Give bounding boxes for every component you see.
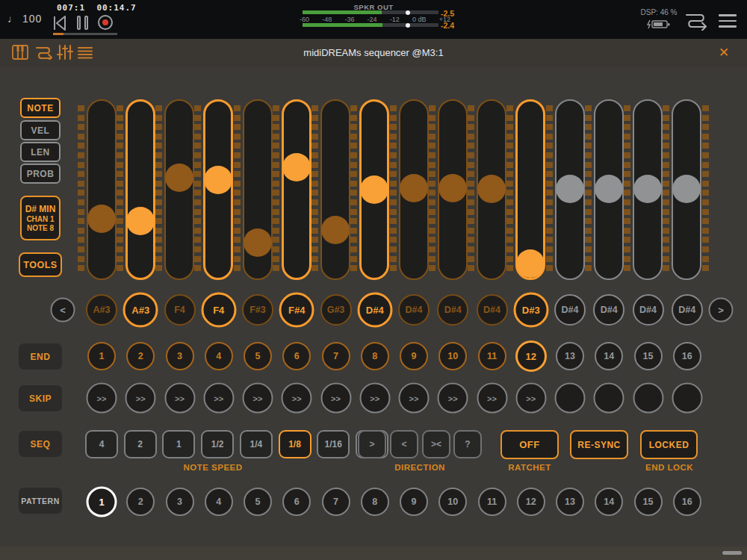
slider-handle-13[interactable] [556,175,584,203]
slider-handle-1[interactable] [87,205,116,233]
end-step-14[interactable]: 14 [595,342,623,370]
note-speed-4[interactable]: 4 [85,430,118,458]
note-step-5[interactable]: F#3 [242,294,273,326]
step-slider-12[interactable] [515,99,545,280]
skip-step-4[interactable]: >> [203,383,234,414]
ratchet-button[interactable]: OFF [500,430,559,459]
direction-random[interactable]: ? [453,430,482,458]
end-step-1[interactable]: 1 [87,342,116,370]
step-slider-16[interactable] [672,99,701,280]
note-step-11[interactable]: D#4 [477,294,508,326]
slider-handle-14[interactable] [595,175,623,203]
skip-step-13[interactable] [555,383,586,414]
step-slider-4[interactable] [203,99,233,280]
note-speed-1-8[interactable]: 1/8 [279,430,311,458]
step-slider-9[interactable] [399,99,429,280]
end-step-5[interactable]: 5 [244,342,272,370]
note-step-12[interactable]: D#3 [513,292,548,327]
end-step-8[interactable]: 8 [361,342,389,370]
skip-step-6[interactable]: >> [282,383,312,414]
pattern-button-9[interactable]: 9 [400,488,428,516]
skip-step-12[interactable]: >> [515,383,546,414]
step-slider-15[interactable] [633,99,663,280]
step-slider-5[interactable] [243,99,273,280]
note-step-8[interactable]: D#4 [357,292,392,327]
end-step-16[interactable]: 16 [673,342,701,370]
step-slider-6[interactable] [282,99,311,280]
scroll-indicator[interactable] [722,551,742,555]
note-step-9[interactable]: D#4 [398,294,430,326]
note-step-13[interactable]: D#4 [554,294,586,326]
pattern-button-5[interactable]: 5 [244,488,272,516]
step-slider-1[interactable] [87,99,117,280]
pattern-button-15[interactable]: 15 [634,488,663,516]
step-slider-8[interactable] [359,99,389,280]
step-slider-2[interactable] [125,99,155,280]
slider-handle-11[interactable] [477,175,506,203]
note-step-16[interactable]: D#4 [672,294,703,326]
note-speed-1-16[interactable]: 1/16 [317,430,350,458]
pattern-button-14[interactable]: 14 [595,488,623,516]
slider-handle-8[interactable] [360,175,388,204]
step-slider-11[interactable] [477,99,506,280]
note-speed-2[interactable]: 2 [124,430,157,458]
resync-button[interactable]: RE-SYNC [570,430,628,459]
direction-backward[interactable]: < [390,430,418,458]
skip-step-15[interactable] [633,383,663,414]
note-step-7[interactable]: G#3 [320,294,352,326]
note-step-1[interactable]: A#3 [86,294,117,326]
note-step-3[interactable]: F4 [164,294,196,326]
pattern-button-16[interactable]: 16 [673,488,701,516]
slider-handle-10[interactable] [438,174,467,202]
note-step-2[interactable]: A#3 [123,292,158,327]
slider-handle-4[interactable] [204,166,232,194]
skip-step-7[interactable]: >> [320,383,351,414]
end-lock-button[interactable]: LOCKED [640,430,698,459]
direction-forward[interactable]: > [358,430,386,458]
slider-handle-5[interactable] [244,228,272,257]
pattern-button-8[interactable]: 8 [361,488,389,516]
octave-next-button[interactable]: > [709,297,734,322]
end-step-9[interactable]: 9 [400,342,428,370]
step-slider-3[interactable] [164,99,194,280]
note-step-4[interactable]: F4 [201,292,236,327]
pattern-button-2[interactable]: 2 [126,488,155,516]
skip-step-8[interactable]: >> [359,383,390,414]
skip-step-2[interactable]: >> [125,383,156,414]
pattern-button-11[interactable]: 11 [478,488,506,516]
skip-step-14[interactable] [594,383,624,414]
note-step-15[interactable]: D#4 [633,294,664,326]
end-step-10[interactable]: 10 [438,342,467,370]
skip-step-1[interactable]: >> [87,383,117,414]
note-step-10[interactable]: D#4 [437,294,468,326]
slider-handle-6[interactable] [282,153,311,181]
slider-handle-3[interactable] [165,164,193,192]
slider-handle-15[interactable] [633,175,662,203]
skip-step-11[interactable]: >> [477,383,507,414]
pattern-button-7[interactable]: 7 [322,488,350,516]
skip-step-3[interactable]: >> [164,383,195,414]
pattern-button-4[interactable]: 4 [205,488,233,516]
end-step-4[interactable]: 4 [205,342,233,370]
skip-step-9[interactable]: >> [399,383,430,414]
slider-handle-7[interactable] [321,216,350,244]
note-step-6[interactable]: F#4 [279,292,314,327]
end-step-15[interactable]: 15 [634,342,663,370]
slider-handle-9[interactable] [400,174,428,202]
pattern-button-10[interactable]: 10 [438,488,467,516]
step-slider-14[interactable] [594,99,624,280]
end-step-13[interactable]: 13 [556,342,584,370]
end-step-6[interactable]: 6 [282,342,311,370]
skip-step-16[interactable] [672,383,702,414]
step-slider-7[interactable] [320,99,350,280]
pattern-button-3[interactable]: 3 [166,488,194,516]
octave-prev-button[interactable]: < [51,297,75,322]
note-speed-1[interactable]: 1 [162,430,195,458]
step-slider-13[interactable] [555,99,585,280]
end-step-11[interactable]: 11 [478,342,506,370]
slider-handle-16[interactable] [672,175,701,203]
note-step-14[interactable]: D#4 [593,294,624,326]
direction-pingpong[interactable]: >< [422,430,450,458]
skip-step-5[interactable]: >> [243,383,273,414]
pattern-button-12[interactable]: 12 [517,488,545,516]
